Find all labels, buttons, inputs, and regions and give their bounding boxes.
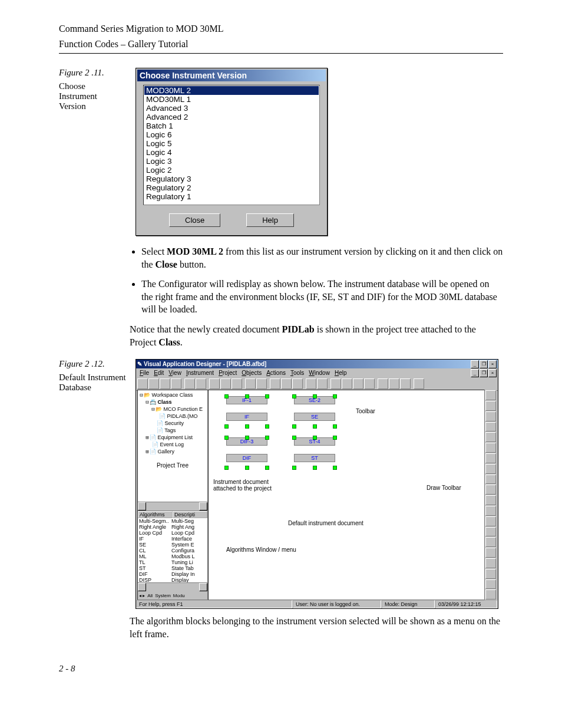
menu-item[interactable]: Tools — [290, 370, 304, 376]
toolbar-button[interactable] — [342, 378, 352, 389]
instrument-option[interactable]: MOD30ML 2 — [144, 86, 319, 95]
tree-equipment[interactable]: Equipment List — [158, 434, 193, 440]
draw-tool-button[interactable] — [485, 401, 496, 411]
block-dif3[interactable]: DIF-3 DIF — [226, 437, 267, 462]
toolbar-button[interactable] — [317, 378, 328, 389]
toolbar-button[interactable] — [353, 378, 363, 389]
tree-eventlog[interactable]: Event Log — [160, 442, 184, 447]
instrument-option[interactable]: Regulatory 1 — [144, 192, 319, 201]
tab-system[interactable]: System — [155, 593, 171, 598]
maximize-button[interactable]: ❐ — [480, 360, 488, 368]
minimize-button[interactable]: _ — [471, 360, 479, 368]
tree-gallery[interactable]: Gallery — [158, 449, 175, 454]
draw-tool-button[interactable] — [485, 485, 496, 495]
draw-tool-button[interactable] — [485, 411, 496, 421]
toolbar-button[interactable] — [171, 378, 181, 389]
algo-row[interactable]: STState Tab — [138, 565, 207, 571]
toolbar-button[interactable] — [196, 378, 206, 389]
draw-tool-button[interactable] — [485, 475, 496, 485]
toolbar-button[interactable] — [292, 378, 303, 389]
mdi-close-button[interactable]: × — [488, 369, 497, 377]
toolbar-button[interactable] — [232, 378, 242, 389]
draw-tool-button[interactable] — [485, 464, 496, 474]
algo-row[interactable]: Right AngleRight Ang — [138, 524, 207, 530]
toolbar-button[interactable] — [389, 378, 399, 389]
draw-tool-button[interactable] — [485, 579, 496, 589]
draw-tool-button[interactable] — [485, 569, 496, 579]
algo-row[interactable]: TLTuning Li — [138, 559, 207, 565]
toolbar-button[interactable] — [148, 378, 159, 389]
toolbar-button[interactable] — [414, 378, 424, 389]
toolbar-button[interactable] — [137, 378, 148, 389]
tree-tags[interactable]: Tags — [164, 427, 176, 433]
algo-row[interactable]: CLConfigura — [138, 548, 207, 554]
toolbar-button[interactable] — [306, 378, 316, 389]
menu-item[interactable]: Window — [309, 370, 330, 376]
algo-rows[interactable]: Multi-Segm..Multi-SegRight AngleRight An… — [138, 518, 207, 582]
block-if1[interactable]: IF-1 IF — [226, 396, 267, 421]
toolbar-button[interactable] — [364, 378, 375, 389]
toolbar-button[interactable] — [330, 378, 341, 389]
draw-tool-button[interactable] — [485, 432, 496, 442]
tab-all[interactable]: All — [147, 593, 153, 598]
algo-row[interactable]: Loop CpdLoop Cpd — [138, 530, 207, 536]
menu-item[interactable]: Instrument — [186, 370, 214, 376]
instrument-option[interactable]: Logic 2 — [144, 166, 319, 174]
toolbar-button[interactable] — [400, 378, 411, 389]
toolbar-button[interactable] — [245, 378, 256, 389]
algo-row[interactable]: MLModbus L — [138, 554, 207, 559]
close-button[interactable]: Close — [169, 213, 220, 227]
tab-modu[interactable]: Modu — [173, 593, 185, 598]
toolbar-button[interactable] — [184, 378, 195, 389]
main-toolbar[interactable] — [136, 377, 498, 391]
help-button[interactable]: Help — [246, 213, 294, 227]
menu-item[interactable]: Actions — [266, 370, 286, 376]
draw-tool-button[interactable] — [485, 422, 496, 432]
toolbar-button[interactable] — [270, 378, 280, 389]
algo-header-desc[interactable]: Descripti — [173, 511, 207, 518]
toolbar-button[interactable] — [220, 378, 231, 389]
close-window-button[interactable]: × — [488, 360, 497, 368]
draw-tool-button[interactable] — [485, 453, 496, 463]
toolbar-button[interactable] — [209, 378, 220, 389]
project-tree[interactable]: ⊟📂 Workspace Class ⊟📇 Class ⊟📂 MCO Funct… — [138, 390, 207, 502]
tree-mco[interactable]: MCO Function E — [164, 406, 203, 412]
instrument-option[interactable]: Logic 5 — [144, 139, 319, 148]
algo-row[interactable]: SESystem E — [138, 542, 207, 548]
tree-scrollbar[interactable] — [138, 502, 207, 510]
draw-tool-button[interactable] — [485, 558, 496, 568]
menu-bar[interactable]: FileEditViewInstrumentProjectObjectsActi… — [137, 369, 349, 377]
draw-tool-button[interactable] — [485, 589, 496, 599]
toolbar-button[interactable] — [378, 378, 388, 389]
instrument-option[interactable]: Advanced 3 — [144, 104, 319, 113]
draw-tool-button[interactable] — [485, 495, 496, 505]
menu-item[interactable]: Project — [219, 370, 237, 376]
menu-item[interactable]: View — [168, 370, 181, 376]
menu-item[interactable]: File — [140, 370, 149, 376]
tree-workspace-class[interactable]: Workspace Class — [152, 392, 193, 398]
algo-row[interactable]: DIFDisplay In — [138, 571, 207, 577]
algo-header-name[interactable]: Algorithms — [138, 511, 173, 518]
block-st4[interactable]: ST-4 ST — [294, 437, 335, 462]
tree-security[interactable]: Security — [165, 420, 184, 426]
draw-tool-button[interactable] — [485, 548, 496, 558]
instrument-option[interactable]: Regulatory 3 — [144, 174, 319, 183]
instrument-option[interactable]: MOD30ML 1 — [144, 95, 319, 104]
instrument-option[interactable]: Batch 1 — [144, 121, 319, 130]
algo-scrollbar[interactable] — [138, 582, 207, 591]
algo-row[interactable]: Multi-Segm..Multi-Seg — [138, 518, 207, 524]
instrument-option[interactable]: Advanced 2 — [144, 113, 319, 121]
mdi-minimize-button[interactable]: _ — [471, 369, 479, 377]
draw-toolbar[interactable] — [485, 390, 497, 600]
algorithms-panel[interactable]: Algorithms Descripti Multi-Segm..Multi-S… — [138, 510, 207, 582]
menu-item[interactable]: Objects — [242, 370, 262, 376]
block-se2[interactable]: SE-2 SE — [294, 396, 335, 421]
mdi-maximize-button[interactable]: ❐ — [480, 369, 488, 377]
instrument-version-list[interactable]: MOD30ML 2MOD30ML 1Advanced 3Advanced 2Ba… — [143, 85, 320, 205]
design-canvas[interactable]: IF-1 IF SE-2 SE DIF-3 DIF — [208, 390, 485, 600]
algo-row[interactable]: DISPDisplay — [138, 577, 207, 582]
instrument-option[interactable]: Logic 6 — [144, 130, 319, 139]
instrument-option[interactable]: Logic 4 — [144, 148, 319, 157]
tree-class[interactable]: Class — [158, 399, 172, 405]
algo-tabs[interactable]: ◂ ▸ All System Modu — [138, 591, 207, 599]
